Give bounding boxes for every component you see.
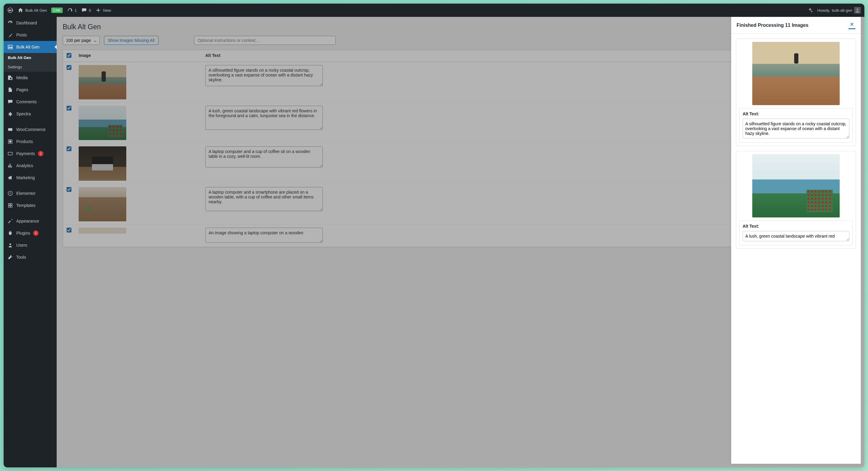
sidebar-item-label: Payments: [16, 151, 35, 156]
sidebar-item-label: Dashboard: [16, 21, 37, 25]
updates-link[interactable]: 1: [67, 7, 77, 13]
sidebar-item-spectra[interactable]: Spectra: [4, 108, 57, 120]
result-alt-box: Alt Text:: [739, 221, 852, 245]
site-name: Bulk Alt Gen: [25, 8, 47, 13]
svg-rect-6: [9, 140, 11, 142]
row-checkbox[interactable]: [67, 106, 71, 110]
sidebar-item-label: Plugins: [16, 231, 30, 236]
sparkle-icon: [807, 7, 813, 13]
appearance-icon: [7, 218, 13, 224]
row-checkbox[interactable]: [67, 228, 71, 233]
panel-header: Finished Processing 11 Images ✕: [731, 17, 861, 34]
svg-point-9: [9, 244, 11, 245]
image-thumbnail[interactable]: [79, 228, 126, 234]
sidebar-item-pages[interactable]: Pages: [4, 84, 57, 96]
plus-icon: [95, 7, 101, 13]
new-content-link[interactable]: New: [95, 7, 111, 13]
sidebar-item-label: WooCommerce: [16, 127, 45, 132]
sidebar-item-templates[interactable]: Templates: [4, 199, 57, 211]
sidebar-item-analytics[interactable]: Analytics: [4, 160, 57, 172]
badge-count: 1: [38, 151, 43, 156]
comments-link[interactable]: 0: [81, 7, 91, 13]
wp-logo[interactable]: [7, 7, 13, 13]
svg-rect-2: [8, 45, 12, 49]
sidebar-item-tools[interactable]: Tools: [4, 251, 57, 263]
image-thumbnail[interactable]: [79, 187, 126, 221]
close-icon: ✕: [849, 22, 854, 27]
new-label: New: [103, 8, 111, 13]
image-thumbnail[interactable]: [79, 65, 126, 99]
result-card: Alt Text:: [736, 151, 856, 249]
sidebar-item-label: Marketing: [16, 175, 35, 180]
image-thumbnail[interactable]: [79, 146, 126, 181]
row-checkbox[interactable]: [67, 65, 71, 70]
sidebar-item-woocommerce[interactable]: WooCommerce: [4, 124, 57, 136]
results-panel: Finished Processing 11 Images ✕ Alt Text…: [731, 17, 861, 464]
app-window: Bulk Alt Gen Live 1 0 New Howdy, bulk-: [4, 4, 864, 467]
comments-count: 0: [89, 8, 91, 13]
show-missing-alt-button[interactable]: Show Images Missing Alt: [104, 36, 159, 45]
result-alt-textarea[interactable]: [743, 231, 849, 241]
payments-icon: [7, 150, 13, 157]
alt-text-input[interactable]: [205, 146, 323, 167]
sidebar-item-comments[interactable]: Comments: [4, 96, 57, 108]
sidebar-item-elementor[interactable]: Elementor: [4, 187, 57, 199]
sidebar-item-label: Posts: [16, 33, 27, 37]
sidebar-item-payments[interactable]: Payments1: [4, 147, 57, 160]
sidebar-item-appearance[interactable]: Appearance: [4, 215, 57, 227]
result-thumbnail: [752, 154, 840, 217]
select-all-checkbox[interactable]: [67, 53, 71, 58]
admin-sidebar: Dashboard Posts Bulk Alt Gen Bulk Alt Ge…: [4, 17, 57, 467]
panel-body[interactable]: Alt Text: Alt Text:: [731, 34, 861, 464]
sidebar-item-marketing[interactable]: Marketing: [4, 172, 57, 184]
sidebar-item-posts[interactable]: Posts: [4, 29, 57, 41]
user-account-link[interactable]: Howdy, bulk-alt-gen: [817, 7, 861, 13]
image-thumbnail[interactable]: [79, 106, 126, 140]
result-card: Alt Text:: [736, 38, 856, 146]
svg-point-3: [9, 46, 10, 47]
refresh-icon: [67, 7, 73, 13]
pin-icon: [7, 32, 13, 38]
sidebar-item-products[interactable]: Products: [4, 136, 57, 147]
product-icon: [7, 138, 13, 144]
site-home-link[interactable]: Bulk Alt Gen: [18, 7, 47, 13]
spectra-icon: [7, 111, 13, 117]
instructions-input[interactable]: [194, 36, 336, 45]
wordpress-icon: [7, 7, 13, 13]
sidebar-submenu: Bulk Alt Gen Settings: [4, 53, 57, 72]
sidebar-item-label: Spectra: [16, 111, 31, 116]
image-icon: [7, 44, 13, 50]
sidebar-item-label: Bulk Alt Gen: [16, 44, 39, 49]
alt-text-input[interactable]: [205, 228, 323, 243]
alt-text-input[interactable]: [205, 106, 323, 130]
sidebar-item-bulk-alt-gen[interactable]: Bulk Alt Gen: [4, 41, 57, 53]
users-icon: [7, 242, 13, 248]
sidebar-item-dashboard[interactable]: Dashboard: [4, 17, 57, 29]
dashboard-icon: [7, 20, 13, 26]
tools-icon: [7, 254, 13, 260]
result-alt-textarea[interactable]: [743, 119, 849, 138]
sidebar-item-users[interactable]: Users: [4, 239, 57, 251]
sidebar-item-media[interactable]: Media: [4, 72, 57, 84]
elementor-icon: [7, 190, 13, 196]
badge-count: 1: [33, 230, 38, 236]
woo-icon: [7, 127, 13, 133]
sidebar-item-label: Products: [16, 139, 33, 144]
sidebar-item-label: Pages: [16, 87, 28, 92]
row-checkbox[interactable]: [67, 187, 71, 192]
close-panel-button[interactable]: ✕: [848, 21, 855, 29]
media-icon: [7, 75, 13, 81]
submenu-item-bulk-alt-gen[interactable]: Bulk Alt Gen: [4, 53, 57, 62]
alt-text-input[interactable]: [205, 65, 323, 86]
alt-text-label: Alt Text:: [743, 111, 849, 116]
submenu-item-settings[interactable]: Settings: [4, 62, 57, 72]
row-checkbox[interactable]: [67, 146, 71, 151]
ai-sparkle-link[interactable]: [807, 7, 813, 13]
sidebar-item-plugins[interactable]: Plugins1: [4, 227, 57, 239]
svg-point-1: [857, 9, 858, 10]
updates-count: 1: [75, 8, 77, 13]
panel-title: Finished Processing 11 Images: [737, 23, 808, 28]
sidebar-item-label: Appearance: [16, 218, 39, 224]
per-page-select[interactable]: 100 per page: [63, 36, 100, 45]
alt-text-input[interactable]: [205, 187, 323, 211]
